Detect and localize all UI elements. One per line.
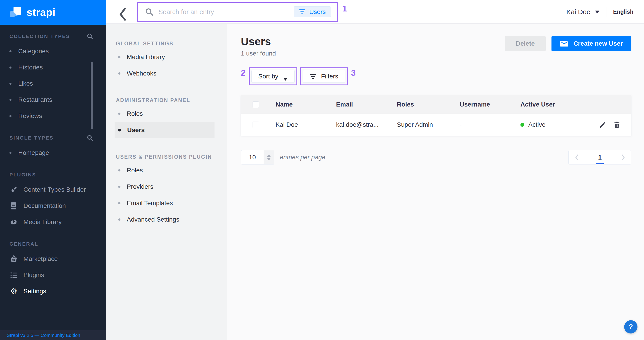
search-icon[interactable] [87, 135, 94, 141]
bullet-icon [10, 83, 12, 85]
chevron-left-icon[interactable] [119, 7, 128, 17]
table-header-row: Name Email Roles Username Active User [241, 95, 632, 114]
cell-active-user: Active [520, 121, 581, 128]
section-plugins: PLUGINS Content-Types Builder Documentat… [0, 170, 106, 230]
edit-pencil-icon[interactable] [599, 121, 606, 129]
entries-per-page-value: 10 [241, 150, 264, 164]
sidebar-item-homepage[interactable]: Homepage [0, 145, 106, 161]
filters-button[interactable]: Filters [303, 70, 345, 83]
settings-item-label: Roles [127, 110, 143, 117]
search-scope-label: Users [309, 8, 326, 15]
entries-per-page-label: entries per page [280, 154, 325, 161]
section-general-header: GENERAL [0, 239, 106, 249]
bullet-icon [118, 218, 120, 221]
bullet-icon [118, 113, 120, 115]
settings-item-roles-plugin[interactable]: Roles [114, 162, 214, 178]
user-menu[interactable]: Kai Doe [566, 8, 600, 16]
settings-item-advanced-settings[interactable]: Advanced Settings [114, 211, 214, 228]
bullet-icon [118, 186, 120, 188]
search-input[interactable] [158, 8, 294, 16]
bullet-icon [10, 66, 12, 69]
sidebar-item-documentation[interactable]: Documentation [0, 198, 106, 214]
users-table: Name Email Roles Username Active User Ka… [241, 95, 632, 136]
sidebar-item-histories[interactable]: Histories [0, 59, 106, 75]
sidebar-item-label: Plugins [24, 271, 44, 279]
annotation-number-2: 2 [241, 68, 246, 78]
cloud-upload-icon [10, 218, 18, 226]
sidebar-item-reviews[interactable]: Reviews [0, 108, 106, 124]
settings-item-label: Webhooks [127, 70, 156, 77]
basket-icon [10, 255, 18, 263]
strapi-version-link[interactable]: Strapi v3.2.5 — Community Edition [7, 333, 80, 338]
settings-item-media-library[interactable]: Media Library [114, 49, 214, 65]
settings-section-title: GLOBAL SETTINGS [106, 38, 227, 49]
bullet-icon [10, 115, 12, 117]
settings-item-label: Roles [127, 167, 143, 174]
section-single-types-header: SINGLE TYPES [0, 133, 106, 143]
bullet-icon [10, 50, 12, 52]
next-page-chevron-icon[interactable] [615, 150, 631, 164]
sidebar-item-label: Histories [18, 64, 43, 71]
left-sidebar: strapi COLLECTION TYPES Categories Histo… [0, 0, 106, 340]
help-button[interactable]: ? [624, 320, 638, 334]
column-header-email: Email [336, 101, 397, 108]
entries-per-page-stepper[interactable]: 10 [241, 150, 274, 165]
settings-item-roles-admin[interactable]: Roles [114, 105, 214, 122]
column-header-username: Username [460, 101, 520, 108]
settings-item-email-templates[interactable]: Email Templates [114, 195, 214, 211]
cell-name: Kai Doe [276, 121, 336, 128]
row-checkbox[interactable] [252, 122, 259, 128]
strapi-logo[interactable]: strapi [0, 0, 106, 25]
sidebar-item-likes[interactable]: Likes [0, 75, 106, 92]
table-row[interactable]: Kai Doe kai.doe@stra... Super Admin - Ac… [241, 114, 632, 136]
sidebar-item-label: Categories [18, 48, 48, 55]
settings-item-providers[interactable]: Providers [114, 178, 214, 195]
settings-item-users[interactable]: Users [114, 122, 214, 138]
select-all-checkbox[interactable] [252, 101, 259, 108]
bullet-icon [118, 202, 120, 204]
divider [606, 7, 606, 17]
sidebar-item-label: Content-Types Builder [24, 186, 86, 193]
settings-item-label: Advanced Settings [127, 216, 180, 223]
bullet-icon [10, 99, 12, 101]
column-header-active-user: Active User [520, 101, 581, 108]
sidebar-item-settings[interactable]: ⚙ Settings [0, 283, 106, 299]
language-selector[interactable]: English [613, 8, 634, 15]
previous-page-chevron-icon[interactable] [568, 150, 585, 164]
settings-item-webhooks[interactable]: Webhooks [114, 65, 214, 82]
topbar-right: Kai Doe English [566, 0, 634, 24]
delete-button[interactable]: Delete [505, 36, 546, 51]
annotation-number-3: 3 [351, 68, 356, 78]
search-scope-tag[interactable]: Users [294, 6, 331, 17]
strapi-admin-app: strapi COLLECTION TYPES Categories Histo… [0, 0, 644, 340]
section-plugins-header: PLUGINS [0, 170, 106, 180]
settings-section-administration: ADMINISTRATION PANEL Roles Users [106, 95, 227, 138]
trash-icon[interactable] [613, 121, 620, 129]
sidebar-item-content-types-builder[interactable]: Content-Types Builder [0, 181, 106, 198]
bullet-icon [118, 56, 120, 58]
settings-section-title: ADMINISTRATION PANEL [106, 95, 227, 105]
current-page[interactable]: 1 [585, 150, 615, 164]
sidebar-item-categories[interactable]: Categories [0, 43, 106, 59]
section-title: GENERAL [10, 241, 38, 247]
sidebar-item-media-library[interactable]: Media Library [0, 214, 106, 230]
settings-item-label: Providers [127, 183, 153, 190]
sidebar-item-plugins[interactable]: Plugins [0, 267, 106, 283]
strapi-logo-icon [10, 6, 22, 18]
pagination-row: 10 entries per page 1 [241, 150, 632, 165]
toolbar: 2 Sort by Filters 3 [241, 67, 632, 85]
create-new-user-button[interactable]: Create new User [552, 36, 632, 51]
sort-by-button[interactable]: Sort by [252, 70, 295, 83]
sidebar-item-restaurants[interactable]: Restaurants [0, 92, 106, 108]
strapi-logo-text: strapi [26, 6, 55, 18]
bullet-icon [118, 169, 120, 171]
search-icon[interactable] [87, 33, 94, 40]
sidebar-scrollbar[interactable] [91, 62, 93, 129]
section-title: PLUGINS [10, 172, 36, 178]
sidebar-item-label: Likes [18, 80, 33, 87]
chevron-down-icon [595, 10, 600, 13]
section-title: SINGLE TYPES [10, 135, 54, 141]
sidebar-item-label: Settings [24, 288, 46, 295]
stepper-arrows-icon[interactable] [264, 150, 274, 164]
sidebar-item-marketplace[interactable]: Marketplace [0, 251, 106, 267]
